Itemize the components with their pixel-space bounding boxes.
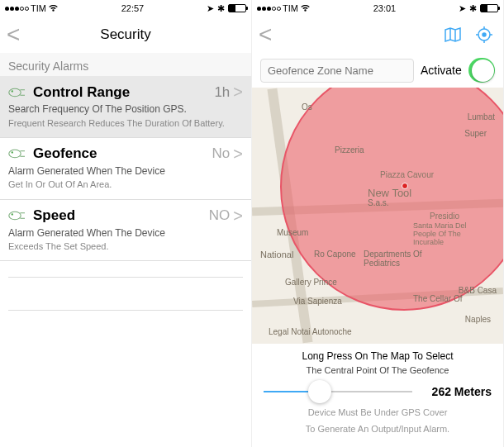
back-button[interactable]: < (259, 21, 272, 48)
track-icon (8, 148, 28, 159)
back-button[interactable]: < (7, 21, 20, 48)
svg-point-0 (9, 88, 21, 97)
map-label: Lumbat (468, 112, 495, 121)
clock-label: 22:57 (121, 3, 145, 13)
signal-dots-icon (5, 7, 29, 11)
row-title: Control Range (33, 84, 130, 101)
track-icon (8, 87, 28, 98)
location-icon: ➤ (459, 3, 466, 14)
row-title: Geofence (33, 145, 97, 162)
svg-point-7 (483, 33, 486, 36)
radius-value: 262 Meters (421, 385, 492, 398)
map-label: New Tool (368, 187, 411, 199)
row-title: Speed (33, 207, 75, 224)
row-subtitle: Search Frequency Of The Position GPS. (8, 103, 243, 117)
svg-point-3 (12, 151, 13, 153)
map-label: Piazza Cavour (380, 170, 434, 179)
map-label: Departments Of Pediatrics (364, 250, 438, 268)
radius-slider-row: 262 Meters (252, 382, 503, 402)
map-icon[interactable] (442, 24, 464, 45)
bluetooth-icon: ✱ (217, 3, 225, 14)
control-range-row[interactable]: Control Range 1h > Search Frequency Of T… (0, 76, 251, 138)
map-label: S.a.s. (368, 198, 389, 207)
svg-point-5 (12, 213, 13, 215)
security-settings-screen: TIM 22:57 ➤ ✱ < Security Security Alarms… (0, 0, 252, 447)
map-label: Via Sapienza (293, 297, 342, 306)
wifi-icon (48, 4, 59, 12)
chevron-right-icon: > (233, 145, 243, 164)
map-hint-2: The Central Point Of The Geofence (252, 365, 503, 382)
row-value: No (212, 145, 231, 162)
map-label: National (260, 250, 293, 259)
battery-icon (480, 4, 498, 12)
row-subtitle-2: Get In Or Out Of An Area. (8, 179, 243, 190)
track-icon (8, 210, 28, 221)
map-label: Gallery Prince (285, 278, 337, 287)
geofence-map-screen: TIM 23:01 ➤ ✱ < Activate (252, 0, 504, 447)
map-label: Naples (465, 315, 491, 324)
map-label: The Cellar Of (413, 294, 462, 303)
nav-bar: < (252, 17, 503, 53)
battery-icon (228, 4, 246, 12)
status-bar: TIM 22:57 ➤ ✱ (0, 0, 251, 17)
row-value: 1h (214, 84, 230, 101)
row-subtitle-2: Exceeds The Set Speed. (8, 241, 243, 252)
wifi-icon (300, 4, 311, 12)
map-label: Os (302, 102, 312, 112)
activate-toggle[interactable] (468, 58, 495, 83)
carrier-label: TIM (283, 3, 298, 13)
clock-label: 23:01 (373, 3, 397, 13)
divider (8, 269, 243, 278)
signal-dots-icon (257, 7, 281, 11)
svg-point-4 (9, 212, 21, 220)
map-hint-1: Long Press On The Map To Select (252, 344, 503, 365)
locate-icon[interactable] (473, 24, 495, 45)
map-label: Presidio (430, 212, 459, 221)
svg-point-2 (9, 150, 21, 158)
map-label: B&B Casa (459, 286, 497, 295)
bluetooth-icon: ✱ (469, 3, 477, 14)
map-label: Museum (277, 228, 308, 237)
carrier-label: TIM (31, 3, 46, 13)
map-label: Super (464, 129, 487, 138)
speed-row[interactable]: Speed NO > Alarm Generated When The Devi… (0, 200, 251, 262)
map[interactable]: Lumbat Super Os Pizzeria Piazza Cavour N… (252, 88, 503, 344)
row-subtitle: Alarm Generated When The Device (8, 165, 243, 178)
divider (8, 302, 243, 311)
map-label: Legal Notai Autonoche (269, 327, 352, 336)
status-bar: TIM 23:01 ➤ ✱ (252, 0, 503, 17)
radius-slider[interactable] (264, 391, 412, 392)
section-header: Security Alarms (0, 53, 251, 76)
activate-label: Activate (421, 64, 462, 77)
svg-point-1 (12, 90, 13, 92)
zone-name-input[interactable] (260, 59, 414, 83)
row-value: NO (209, 207, 231, 224)
chevron-right-icon: > (233, 207, 243, 226)
row-subtitle-2: Frequent Research Reduces The Duration O… (8, 118, 243, 129)
geofence-row[interactable]: Geofence No > Alarm Generated When The D… (0, 138, 251, 200)
gps-hint-1: Device Must Be Under GPS Cover (252, 402, 503, 423)
map-label: Ro Capone (314, 250, 356, 259)
map-label: Santa Maria Del People Of The Incurable (413, 221, 492, 246)
nav-bar: < Security (0, 17, 251, 53)
location-icon: ➤ (207, 3, 214, 14)
gps-hint-2: To Generate An Output/Input Alarm. (252, 423, 503, 440)
chevron-right-icon: > (233, 83, 243, 102)
page-title: Security (100, 26, 150, 43)
row-subtitle: Alarm Generated When The Device (8, 227, 243, 240)
geofence-toolbar: Activate (252, 53, 503, 88)
map-label: Pizzeria (335, 145, 364, 155)
